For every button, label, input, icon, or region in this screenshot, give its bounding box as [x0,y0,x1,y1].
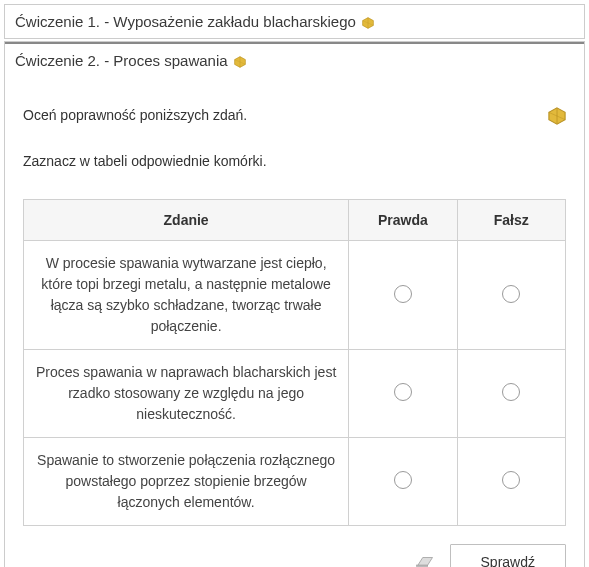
svg-marker-9 [417,558,432,566]
table-row: Spawanie to stworzenie połączenia rozłąc… [24,438,566,526]
dice-icon [548,107,566,125]
radio-false[interactable] [502,383,520,401]
header-true: Prawda [349,200,457,241]
true-false-table: Zdanie Prawda Fałsz W procesie spawania … [23,199,566,526]
statement-cell: Spawanie to stworzenie połączenia rozłąc… [24,438,349,526]
header-statement: Zdanie [24,200,349,241]
check-button[interactable]: Sprawdź [450,544,566,567]
dice-icon [234,56,246,68]
exercise-2-header[interactable]: Ćwiczenie 2. - Proces spawania [5,42,584,77]
radio-true[interactable] [394,285,412,303]
table-row: Proces spawania w naprawach blacharskich… [24,350,566,438]
exercise-1-header[interactable]: Ćwiczenie 1. - Wyposażenie zakładu blach… [5,5,584,38]
instruction-text: Oceń poprawność poniższych zdań. [23,107,247,123]
dice-icon [362,17,374,29]
header-false: Fałsz [457,200,565,241]
statement-cell: Proces spawania w naprawach blacharskich… [24,350,349,438]
exercise-1-title: Ćwiczenie 1. - Wyposażenie zakładu blach… [15,13,356,30]
eraser-icon[interactable] [416,555,434,567]
sub-instruction-text: Zaznacz w tabeli odpowiednie komórki. [23,153,566,169]
exercise-2-title: Ćwiczenie 2. - Proces spawania [15,52,228,69]
radio-false[interactable] [502,471,520,489]
radio-false[interactable] [502,285,520,303]
table-row: W procesie spawania wytwarzane jest ciep… [24,241,566,350]
statement-cell: W procesie spawania wytwarzane jest ciep… [24,241,349,350]
radio-true[interactable] [394,471,412,489]
radio-true[interactable] [394,383,412,401]
